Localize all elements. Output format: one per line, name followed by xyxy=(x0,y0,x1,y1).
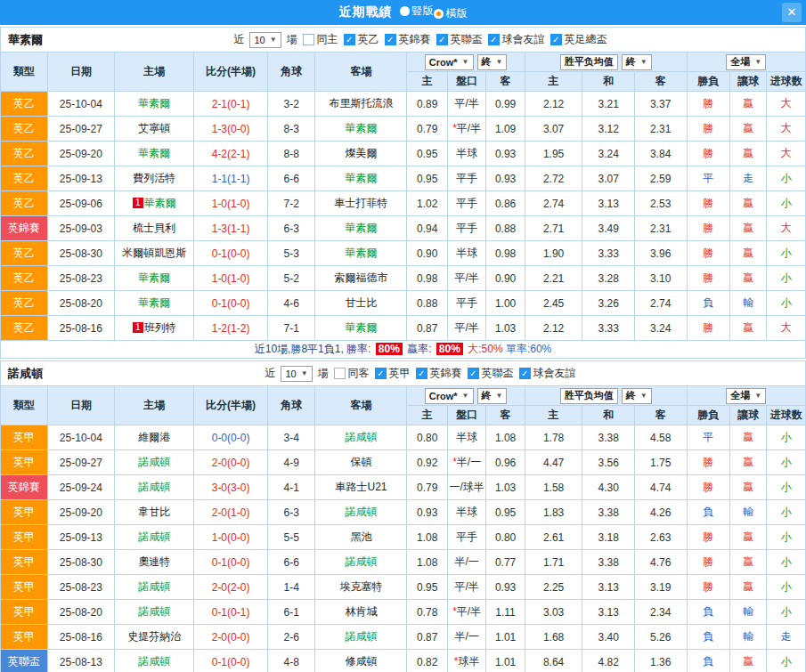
summary-row: 近10場,勝8平1負1, 勝率: 80% 贏率: 80% 大:50% 單率:60… xyxy=(1,341,806,359)
filter-checkbox[interactable]: ✓球會友誼 xyxy=(519,366,576,381)
away-team-cell[interactable]: 埃克塞特 xyxy=(315,575,407,600)
match-count-select[interactable]: 10▼ xyxy=(281,366,312,382)
home-team-cell[interactable]: 諾咸頓 xyxy=(115,600,194,625)
away-team-cell[interactable]: 車士打菲特 xyxy=(315,191,407,216)
filter-checkbox[interactable]: 同主 xyxy=(303,32,338,47)
score-cell: 0-0(0-0) xyxy=(194,425,268,450)
away-team-cell[interactable]: 布里斯托流浪 xyxy=(315,92,407,117)
euro-final-select[interactable]: 終▼ xyxy=(622,54,652,70)
handicap-result-cell: 贏 xyxy=(730,117,767,142)
away-team-cell[interactable]: 諾咸頓 xyxy=(315,425,407,450)
period-select[interactable]: 全場▼ xyxy=(726,54,766,70)
home-team-cell[interactable]: 諾咸頓 xyxy=(115,525,194,550)
filter-checkbox[interactable]: ✓球會友誼 xyxy=(488,32,545,47)
ah-home-odds-cell: 0.78 xyxy=(407,600,447,625)
layout-radio-selected[interactable]: 橫版 xyxy=(434,6,468,21)
eu-draw-odds-cell: 3.07 xyxy=(582,166,635,191)
away-team-cell[interactable]: 華素爾 xyxy=(315,216,407,241)
away-team-cell[interactable]: 華素爾 xyxy=(315,241,407,266)
away-team-cell[interactable]: 華素爾 xyxy=(315,316,407,341)
home-team-cell[interactable]: 艾寧頓 xyxy=(115,117,194,142)
league-type-cell: 英聯盃 xyxy=(1,650,48,672)
date-cell: 25-08-23 xyxy=(47,266,115,291)
corners-cell: 8-3 xyxy=(267,117,315,142)
home-team-cell[interactable]: 1班列特 xyxy=(115,316,194,341)
away-team-cell[interactable]: 甘士比 xyxy=(315,291,407,316)
team-name: 華素爾 xyxy=(8,32,43,48)
away-team-cell[interactable]: 燦美爾 xyxy=(315,142,407,166)
filter-checkbox[interactable]: ✓英甲 xyxy=(375,366,411,381)
away-team-cell[interactable]: 諾咸頓 xyxy=(315,550,407,575)
home-team-cell[interactable]: 米爾頓凱恩斯 xyxy=(115,241,194,266)
checkbox-unchecked-icon xyxy=(303,34,314,45)
match-count-select[interactable]: 10▼ xyxy=(249,32,281,48)
cover-rate-badge: 80% xyxy=(436,343,463,355)
eu-away-odds-cell: 3.10 xyxy=(634,266,687,291)
goals-cell: 小 xyxy=(767,266,806,291)
ah-home-odds-cell: 0.98 xyxy=(407,266,447,291)
ah-home-odds-cell: 0.95 xyxy=(407,166,447,191)
filter-bar: 近10▼場同客✓英甲✓英錦賽✓英聯盃✓球會友誼 xyxy=(43,366,798,382)
bookmaker-select[interactable]: Crow*▼ xyxy=(425,388,474,404)
corners-cell: 6-6 xyxy=(267,550,315,575)
filter-checkbox-label: 球會友誼 xyxy=(533,366,576,381)
close-button[interactable]: ✕ xyxy=(782,3,802,22)
home-team-cell[interactable]: 諾咸頓 xyxy=(115,650,194,672)
euro-odds-select[interactable]: 胜平负均值 xyxy=(560,388,618,404)
home-team-cell[interactable]: 諾咸頓 xyxy=(115,475,194,500)
home-team-cell[interactable]: 華素爾 xyxy=(115,266,194,291)
handicap-final-select[interactable]: 終▼ xyxy=(477,388,508,404)
period-select[interactable]: 全場▼ xyxy=(726,388,766,404)
home-team-cell[interactable]: 維爾港 xyxy=(115,425,194,450)
filter-checkbox[interactable]: ✓英錦賽 xyxy=(385,32,431,47)
eu-away-odds-cell: 1.75 xyxy=(634,450,687,475)
bookmaker-select[interactable]: Crow*▼ xyxy=(425,54,474,70)
score-cell: 1-1(1-1) xyxy=(194,166,268,191)
home-team-cell[interactable]: 費列活特 xyxy=(115,166,194,191)
home-team-cell[interactable]: 1華素爾 xyxy=(115,191,194,216)
away-team-cell[interactable]: 保頓 xyxy=(315,450,407,475)
home-team-cell[interactable]: 諾咸頓 xyxy=(115,450,194,475)
home-team-cell[interactable]: 華素爾 xyxy=(115,291,194,316)
league-type-cell: 英甲 xyxy=(1,450,48,475)
table-row: 英甲25-09-27諾咸頓2-0(0-0)4-9保頓0.92*半/一0.964.… xyxy=(1,450,806,475)
handicap-line-cell: 半球 xyxy=(447,241,485,266)
home-team-cell[interactable]: 華素爾 xyxy=(115,92,194,117)
home-team-cell[interactable]: 奧連特 xyxy=(115,550,194,575)
euro-odds-select[interactable]: 胜平负均值 xyxy=(560,54,618,70)
away-team-cell[interactable]: 黑池 xyxy=(315,525,407,550)
filter-checkbox[interactable]: ✓英聯盃 xyxy=(436,32,483,47)
away-team-cell[interactable]: 華素爾 xyxy=(315,117,407,142)
away-team-cell[interactable]: 諾咸頓 xyxy=(315,625,407,650)
filter-checkbox[interactable]: ✓英聯盃 xyxy=(468,366,514,381)
home-team-cell[interactable]: 諾咸頓 xyxy=(115,575,194,600)
sub-column-header: 客 xyxy=(634,72,687,92)
eu-away-odds-cell: 4.58 xyxy=(634,425,687,450)
filter-checkbox[interactable]: ✓英乙 xyxy=(344,32,379,47)
filter-checkbox[interactable]: ✓英足總盃 xyxy=(550,32,607,47)
eu-draw-odds-cell: 3.49 xyxy=(582,216,635,241)
away-team-cell[interactable]: 索爾福德市 xyxy=(315,266,407,291)
filter-checkbox-label: 同主 xyxy=(317,32,338,47)
handicap-result-cell: 贏 xyxy=(730,550,767,575)
away-team-cell[interactable]: 車路士U21 xyxy=(315,475,407,500)
home-team-cell[interactable]: 韋甘比 xyxy=(115,500,194,525)
home-team-cell[interactable]: 華素爾 xyxy=(115,142,194,166)
filter-checkbox[interactable]: 同客 xyxy=(334,366,370,381)
table-row: 英甲25-08-30奧連特0-1(0-0)6-6諾咸頓1.08半/一0.771.… xyxy=(1,550,806,575)
eu-home-odds-cell: 2.12 xyxy=(525,316,582,341)
handicap-line-cell: 一/球半 xyxy=(447,475,485,500)
away-team-cell[interactable]: 諾咸頓 xyxy=(315,500,407,525)
eu-away-odds-cell: 5.26 xyxy=(634,625,687,650)
goals-cell: 小 xyxy=(767,450,806,475)
handicap-final-select[interactable]: 終▼ xyxy=(477,54,508,70)
result-group-header: 全場▼ xyxy=(687,386,805,406)
home-team-cell[interactable]: 史提芬納治 xyxy=(115,625,194,650)
filter-checkbox[interactable]: ✓英錦賽 xyxy=(416,366,462,381)
away-team-cell[interactable]: 林肯城 xyxy=(315,600,407,625)
away-team-cell[interactable]: 修咸頓 xyxy=(315,650,407,672)
away-team-cell[interactable]: 華素爾 xyxy=(315,166,407,191)
euro-final-select[interactable]: 終▼ xyxy=(622,388,652,404)
home-team-cell[interactable]: 梳士貝利 xyxy=(115,216,194,241)
layout-radio-option[interactable]: 豎版 xyxy=(400,4,434,19)
